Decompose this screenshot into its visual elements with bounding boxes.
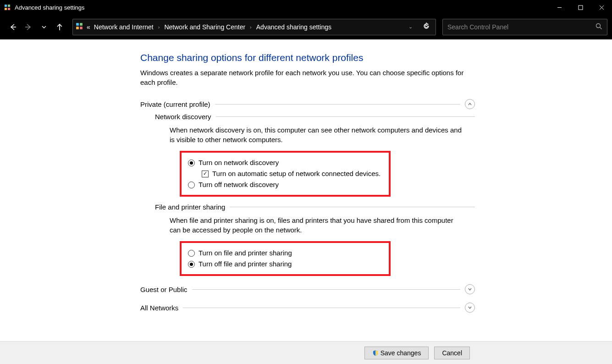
svg-point-15 [596, 23, 601, 28]
file-printer-description: When file and printer sharing is on, fil… [170, 215, 463, 235]
section-label: Guest or Public [140, 286, 187, 293]
breadcrumb-item[interactable]: Network and Sharing Center [164, 23, 245, 31]
dropdown-chevron-icon[interactable]: ⌄ [405, 24, 416, 30]
breadcrumb-item[interactable]: Advanced sharing settings [256, 23, 331, 31]
up-button[interactable] [53, 21, 66, 33]
page-description: Windows creates a separate network profi… [140, 68, 475, 87]
radio-turn-off-discovery[interactable]: Turn off network discovery [188, 179, 382, 190]
content-area: Change sharing options for different net… [0, 39, 612, 341]
svg-rect-13 [76, 27, 79, 29]
svg-rect-3 [8, 8, 10, 10]
refresh-button[interactable] [420, 22, 433, 31]
radio-icon [188, 261, 195, 268]
footer: Save changes Cancel [0, 341, 612, 364]
subsection-label: File and printer sharing [155, 203, 225, 211]
svg-line-16 [600, 27, 602, 29]
address-bar[interactable]: « Network and Internet › Network and Sha… [72, 19, 436, 35]
subsection-network-discovery: Network discovery [155, 113, 475, 121]
page-title: Change sharing options for different net… [140, 52, 475, 63]
radio-icon [188, 160, 195, 166]
subsection-file-printer-sharing: File and printer sharing [155, 203, 475, 211]
svg-rect-14 [80, 27, 83, 29]
chevron-down-icon[interactable] [465, 284, 475, 294]
search-bar[interactable] [442, 19, 607, 35]
svg-rect-1 [8, 5, 10, 7]
section-guest-header[interactable]: Guest or Public [140, 284, 475, 294]
shield-icon [372, 350, 379, 356]
chevron-down-icon[interactable] [465, 303, 475, 313]
window-title: Advanced sharing settings [15, 4, 549, 11]
cancel-button[interactable]: Cancel [434, 347, 470, 359]
section-label: Private (current profile) [140, 100, 210, 108]
control-panel-icon [4, 4, 11, 11]
svg-rect-2 [5, 8, 7, 10]
minimize-button[interactable] [549, 0, 570, 15]
chevron-right-icon: › [157, 24, 161, 30]
search-icon[interactable] [595, 23, 602, 31]
titlebar: Advanced sharing settings [0, 0, 612, 15]
radio-icon [188, 250, 195, 257]
breadcrumb-item[interactable]: Network and Internet [94, 23, 154, 31]
radio-turn-on-discovery[interactable]: Turn on network discovery [188, 157, 382, 168]
section-label: All Networks [140, 304, 178, 312]
breadcrumb-prefix[interactable]: « [87, 23, 90, 31]
radio-turn-off-sharing[interactable]: Turn off file and printer sharing [188, 259, 382, 270]
svg-rect-11 [76, 23, 79, 26]
maximize-button[interactable] [570, 0, 591, 15]
checkbox-auto-setup[interactable]: ✓ Turn on automatic setup of network con… [202, 168, 382, 179]
section-all-networks-header[interactable]: All Networks [140, 303, 475, 313]
close-button[interactable] [591, 0, 612, 15]
network-discovery-options: Turn on network discovery ✓ Turn on auto… [180, 151, 391, 197]
navbar: « Network and Internet › Network and Sha… [0, 15, 612, 39]
control-panel-icon [76, 22, 83, 31]
svg-rect-12 [80, 23, 83, 26]
checkbox-icon: ✓ [202, 171, 209, 177]
chevron-up-icon[interactable] [465, 99, 475, 109]
radio-icon [188, 182, 195, 188]
forward-button[interactable] [22, 21, 35, 33]
radio-turn-on-sharing[interactable]: Turn on file and printer sharing [188, 248, 382, 259]
chevron-right-icon: › [249, 24, 253, 30]
recent-dropdown[interactable] [38, 21, 50, 33]
section-private-header[interactable]: Private (current profile) [140, 99, 475, 109]
search-input[interactable] [447, 23, 595, 31]
save-changes-button[interactable]: Save changes [364, 347, 429, 359]
network-discovery-description: When network discovery is on, this compu… [170, 125, 463, 144]
svg-rect-5 [579, 6, 583, 10]
file-printer-options: Turn on file and printer sharing Turn of… [180, 241, 391, 276]
svg-rect-0 [5, 5, 7, 7]
back-button[interactable] [6, 21, 19, 33]
subsection-label: Network discovery [155, 113, 211, 121]
